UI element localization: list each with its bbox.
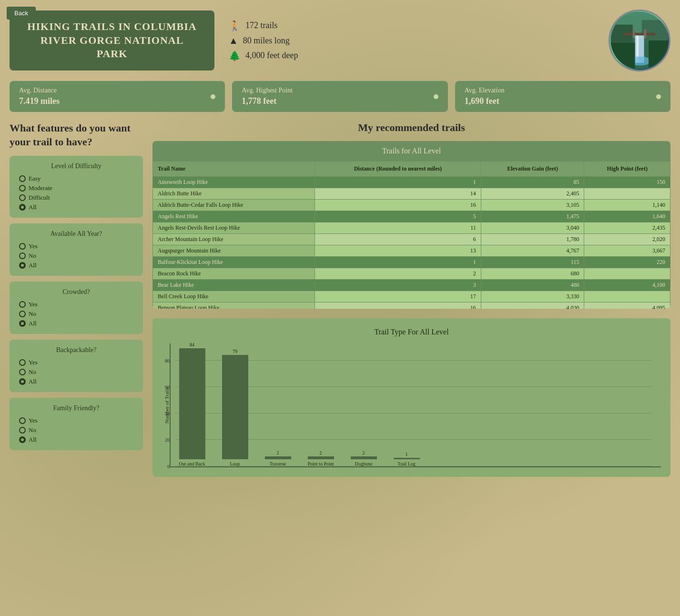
radio-all-crowd[interactable] xyxy=(19,320,26,327)
elevation-cell: 1,780 xyxy=(481,234,584,245)
elevation-cell: 115 xyxy=(481,257,584,268)
elevation-cell: 1,475 xyxy=(481,211,584,222)
difficulty-radio-group: Easy Moderate Difficult All xyxy=(19,175,133,211)
crowded-yes[interactable]: Yes xyxy=(19,301,133,308)
trails-count: 172 trails xyxy=(245,20,278,30)
main-content: What features do you want your trail to … xyxy=(0,117,680,482)
bar-rect xyxy=(222,355,248,459)
svg-rect-11 xyxy=(610,43,635,70)
table-row: Aldrich Butte Hike 14 2,405 xyxy=(153,188,670,200)
radio-all[interactable] xyxy=(19,204,26,211)
family-yes[interactable]: Yes xyxy=(19,417,133,424)
difficulty-difficult[interactable]: Difficult xyxy=(19,194,133,202)
radio-yes-crowd[interactable] xyxy=(19,301,26,308)
radio-moderate[interactable] xyxy=(19,185,26,192)
bar-item: 2 Point to Point xyxy=(304,450,337,466)
difficulty-easy[interactable]: Easy xyxy=(19,175,133,182)
filter-available: Available All Year? Yes No All xyxy=(10,223,143,276)
bar-item: 79 Loop xyxy=(218,349,252,466)
table-row: Angels Rest Hike 5 1,475 1,640 xyxy=(153,211,670,222)
radio-no-back[interactable] xyxy=(19,369,26,375)
filter-backpackable-title: Backpackable? xyxy=(19,346,133,354)
metric-highest-point: Avg. Highest Point 1,778 feet xyxy=(232,81,447,112)
bar-rect xyxy=(265,456,291,459)
trail-name-cell: Augspurger Mountain Hike xyxy=(153,245,315,257)
backpackable-radio-group: Yes No All xyxy=(19,359,133,385)
high-point-cell xyxy=(584,268,670,280)
metric-elevation-value: 1,690 feet xyxy=(465,96,505,106)
backpackable-no[interactable]: No xyxy=(19,368,133,376)
svg-rect-7 xyxy=(644,29,647,38)
available-yes[interactable]: Yes xyxy=(19,242,133,250)
radio-yes-avail[interactable] xyxy=(19,243,26,250)
svg-rect-5 xyxy=(624,33,656,36)
available-no[interactable]: No xyxy=(19,252,133,260)
svg-rect-12 xyxy=(649,40,669,70)
radio-all-fam[interactable] xyxy=(19,436,26,443)
distance-cell: 16 xyxy=(315,200,481,211)
family-all[interactable]: All xyxy=(19,436,133,444)
radio-all-avail[interactable] xyxy=(19,262,26,269)
family-no[interactable]: No xyxy=(19,426,133,434)
high-point-cell: 2,020 xyxy=(584,234,670,245)
radio-easy[interactable] xyxy=(19,175,26,182)
depth-value: 4,000 feet deep xyxy=(245,50,298,61)
radio-yes-back[interactable] xyxy=(19,359,26,366)
high-point-cell xyxy=(584,291,670,303)
table-title: Trails for All Level xyxy=(152,141,670,161)
trail-name-cell: Benson Plateau Loop Hike xyxy=(153,303,315,309)
high-point-cell: 150 xyxy=(584,177,670,188)
table-row: Angels Rest-Devils Rest Loop Hike 11 3,0… xyxy=(153,222,670,234)
metric-highest-label: Avg. Highest Point xyxy=(242,87,293,94)
trails-heading: My recommended trails xyxy=(152,121,670,134)
elevation-cell: 480 xyxy=(481,280,584,291)
stat-miles: ▲ 80 miles long xyxy=(229,35,594,46)
high-point-cell: 2,435 xyxy=(584,222,670,234)
table-wrapper[interactable]: Trail Name Distance (Rounded to nearest … xyxy=(152,161,670,309)
high-point-cell: 220 xyxy=(584,257,670,268)
bar-value: 84 xyxy=(190,342,194,347)
radio-yes-fam[interactable] xyxy=(19,417,26,424)
difficulty-moderate[interactable]: Moderate xyxy=(19,184,133,192)
crowded-radio-group: Yes No All xyxy=(19,301,133,327)
radio-no-fam[interactable] xyxy=(19,427,26,434)
crowded-no[interactable]: No xyxy=(19,310,133,318)
radio-no-crowd[interactable] xyxy=(19,311,26,317)
trail-name-cell: Balfour-Klickitat Loop Hike xyxy=(153,257,315,268)
back-button[interactable]: Back xyxy=(7,7,36,20)
crowded-all[interactable]: All xyxy=(19,320,133,327)
distance-cell: 3 xyxy=(315,280,481,291)
elevation-cell: 680 xyxy=(481,268,584,280)
radio-difficult[interactable] xyxy=(19,194,26,201)
bar-label: Out and Back xyxy=(175,461,209,466)
bar-value: 79 xyxy=(233,349,237,354)
bar-value: 1 xyxy=(406,452,408,457)
chart-title: Trail Type For All Level xyxy=(162,328,661,336)
available-all[interactable]: All xyxy=(19,262,133,269)
trails-table: Trail Name Distance (Rounded to nearest … xyxy=(152,161,670,309)
bar-item: 84 Out and Back xyxy=(175,342,209,466)
elevation-cell: 4,030 xyxy=(481,303,584,309)
hiker-icon: 🚶 xyxy=(229,20,241,31)
bar-item: 2 Traverse xyxy=(261,450,294,466)
available-radio-group: Yes No All xyxy=(19,242,133,269)
bar-item: 2 Dogbone xyxy=(347,450,380,466)
bar-label: Loop xyxy=(218,461,252,466)
metric-distance-dot xyxy=(211,94,215,99)
radio-all-back[interactable] xyxy=(19,378,26,385)
filters-heading: What features do you want your trail to … xyxy=(10,121,143,149)
difficulty-all[interactable]: All xyxy=(19,203,133,211)
waterfall-image xyxy=(609,10,670,71)
y-axis-title: Number of Trails xyxy=(162,387,170,424)
trail-name-cell: Angels Rest Hike xyxy=(153,211,315,222)
backpackable-all[interactable]: All xyxy=(19,378,133,385)
y-axis-label: 80 xyxy=(156,358,170,364)
miles-value: 80 miles long xyxy=(243,36,290,46)
backpackable-yes[interactable]: Yes xyxy=(19,359,133,366)
y-axis-label: 20 xyxy=(156,437,170,443)
filter-difficulty: Level of Difficulty Easy Moderate Diffic… xyxy=(10,156,143,218)
filter-available-title: Available All Year? xyxy=(19,230,133,238)
col-high-point: High Point (feet) xyxy=(584,162,670,177)
radio-no-avail[interactable] xyxy=(19,252,26,259)
elevation-cell: 3,105 xyxy=(481,200,584,211)
